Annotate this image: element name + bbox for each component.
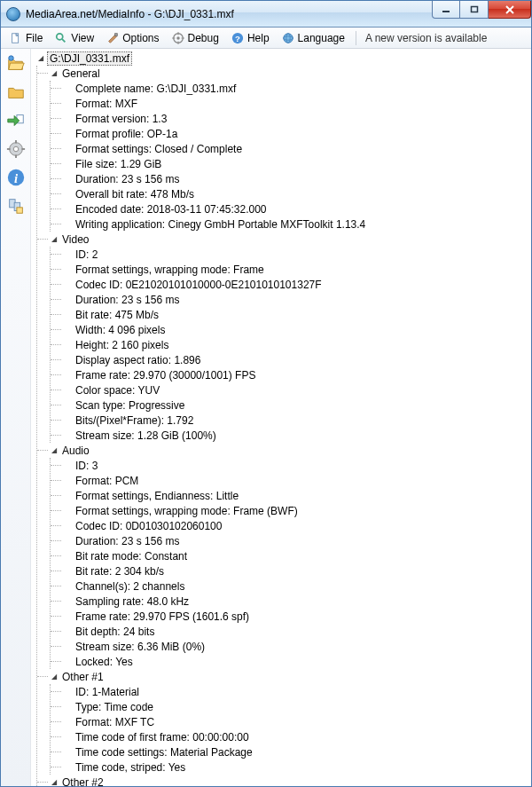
servers-icon [6, 196, 26, 218]
tree-item[interactable]: Stream size: 6.36 MiB (0%) [51, 639, 531, 654]
tree-section[interactable]: VideoID: 2Format settings, wrapping mode… [37, 232, 531, 443]
tree-item[interactable]: Width: 4 096 pixels [51, 322, 531, 337]
tree-item[interactable]: Sampling rate: 48.0 kHz [51, 594, 531, 609]
tree-section-label[interactable]: Other #2 [60, 776, 106, 787]
tree-item[interactable]: Display aspect ratio: 1.896 [51, 352, 531, 367]
maximize-button[interactable] [460, 1, 489, 19]
tree-item[interactable]: Bit rate mode: Constant [51, 548, 531, 563]
tree-root-label[interactable]: G:\DJI_0331.mxf [47, 51, 132, 66]
tree-item[interactable]: Time code, striped: Yes [51, 759, 531, 775]
tree-leaf-spacer [63, 597, 72, 606]
menu-help[interactable]: ? Help [226, 30, 275, 46]
tree-item[interactable]: ID: 2 [51, 247, 531, 262]
tree-item[interactable]: Format: MXF [51, 96, 531, 111]
tree-leaf-spacer [63, 114, 72, 123]
expand-toggle-icon[interactable] [50, 69, 59, 78]
tree-item[interactable]: Frame rate: 29.970 FPS (1601.6 spf) [51, 609, 531, 624]
tree-panel: G:\DJI_0331.mxfGeneralComplete name: G:\… [31, 49, 531, 786]
tree-item[interactable]: Height: 2 160 pixels [51, 337, 531, 352]
tree-item-label: Frame rate: 29.970 (30000/1001) FPS [74, 369, 257, 382]
tree-item[interactable]: Writing application: Cinegy GmbH Portabl… [51, 216, 531, 232]
tree-item[interactable]: Encoded date: 2018-03-11 07:45:32.000 [51, 201, 531, 216]
tree-item[interactable]: Bit depth: 24 bits [51, 624, 531, 639]
file-icon [10, 32, 22, 44]
svg-text:?: ? [235, 33, 240, 43]
close-button[interactable] [489, 1, 531, 19]
tree-item[interactable]: Bits/(Pixel*Frame): 1.792 [51, 413, 531, 428]
tree-item[interactable]: Codec ID: 0D01030102060100 [51, 518, 531, 533]
tree-item-label: Format settings, wrapping mode: Frame (B… [74, 505, 300, 517]
side-open-folder-button[interactable] [4, 81, 28, 106]
tree-item[interactable]: Format settings, wrapping mode: Frame (B… [51, 503, 531, 518]
menu-view-label: View [71, 32, 94, 44]
side-options-button[interactable] [4, 138, 28, 162]
tree-item[interactable]: Color space: YUV [51, 382, 531, 397]
tree-leaf-spacer [63, 190, 72, 199]
tree-item[interactable]: Channel(s): 2 channels [51, 578, 531, 594]
tree-item-label: Format: MXF TC [74, 716, 156, 728]
minimize-button[interactable] [432, 1, 460, 19]
tree-section-label[interactable]: General [60, 67, 102, 80]
tree-item[interactable]: Duration: 23 s 156 ms [51, 533, 531, 548]
menu-options[interactable]: Options [101, 30, 164, 46]
tree-item-label: Width: 4 096 pixels [74, 324, 167, 336]
tree-item[interactable]: Bit rate: 2 304 kb/s [51, 563, 531, 578]
tree-section[interactable]: Other #1ID: 1-MaterialType: Time codeFor… [37, 669, 531, 775]
tree-section[interactable]: Other #2 [37, 775, 531, 786]
tree-leaf-spacer [63, 522, 72, 531]
tree-leaf-spacer [63, 371, 72, 380]
tree-item[interactable]: Complete name: G:\DJI_0331.mxf [51, 81, 531, 96]
tree-item[interactable]: Scan type: Progressive [51, 397, 531, 413]
tree-item[interactable]: Overall bit rate: 478 Mb/s [51, 186, 531, 201]
tree-section-label[interactable]: Video [60, 233, 90, 246]
tree-item[interactable]: ID: 1-Material [51, 684, 531, 699]
tree-item[interactable]: Locked: Yes [51, 654, 531, 669]
tree-leaf-spacer [63, 280, 72, 289]
tree-section-label[interactable]: Audio [60, 445, 91, 457]
tree-item[interactable]: Format profile: OP-1a [51, 126, 531, 141]
expand-toggle-icon[interactable] [36, 54, 45, 63]
tree-item[interactable]: ID: 3 [51, 458, 531, 473]
tree-section[interactable]: AudioID: 3Format: PCMFormat settings, En… [37, 443, 531, 669]
tree-item[interactable]: Codec ID: 0E21020101010000-0E21010101013… [51, 277, 531, 292]
expand-toggle-icon[interactable] [50, 446, 59, 455]
tree-section[interactable]: GeneralComplete name: G:\DJI_0331.mxfFor… [37, 66, 531, 232]
tree-item-label: ID: 2 [74, 248, 99, 261]
tree-item[interactable]: Format settings, wrapping mode: Frame [51, 262, 531, 277]
tree-item[interactable]: Duration: 23 s 156 ms [51, 292, 531, 307]
tree-item[interactable]: File size: 1.29 GiB [51, 156, 531, 171]
expand-toggle-icon[interactable] [50, 673, 59, 681]
expand-toggle-icon[interactable] [50, 235, 59, 244]
menu-debug-label: Debug [188, 32, 219, 44]
tree-item[interactable]: Format settings: Closed / Complete [51, 141, 531, 156]
tree-leaf-spacer [63, 295, 72, 304]
side-export-button[interactable] [4, 109, 28, 134]
tree-item-label: Format profile: OP-1a [74, 128, 179, 140]
menu-language[interactable]: Language [277, 30, 350, 46]
tree-item[interactable]: Bit rate: 475 Mb/s [51, 307, 531, 322]
tree-item[interactable]: Format: MXF TC [51, 714, 531, 729]
side-about-button[interactable]: i [4, 166, 28, 191]
tree-item-label: Stream size: 6.36 MiB (0%) [74, 641, 207, 653]
tree-item-label: Format: MXF [74, 98, 139, 110]
tree-item[interactable]: Time code settings: Material Package [51, 744, 531, 759]
tree-leaf-spacer [63, 627, 72, 636]
tree-section-label[interactable]: Other #1 [60, 671, 106, 683]
side-open-file-button[interactable] [4, 52, 28, 77]
tree-item[interactable]: Format version: 1.3 [51, 111, 531, 126]
tree-item[interactable]: Time code of first frame: 00:00:00:00 [51, 729, 531, 744]
tree-item[interactable]: Type: Time code [51, 699, 531, 714]
tree-item[interactable]: Format: PCM [51, 473, 531, 488]
tree-item[interactable]: Format settings, Endianness: Little [51, 488, 531, 503]
new-version-notice[interactable]: A new version is available [365, 32, 487, 44]
tree-item[interactable]: Frame rate: 29.970 (30000/1001) FPS [51, 367, 531, 382]
menu-debug[interactable]: Debug [167, 30, 224, 46]
tree-item[interactable]: Duration: 23 s 156 ms [51, 171, 531, 186]
tree-root[interactable]: G:\DJI_0331.mxfGeneralComplete name: G:\… [33, 51, 531, 786]
menu-file[interactable]: File [4, 30, 48, 46]
side-servers-button[interactable] [4, 194, 28, 219]
menu-view[interactable]: View [50, 30, 99, 46]
tree-item[interactable]: Stream size: 1.28 GiB (100%) [51, 428, 531, 443]
expand-toggle-icon[interactable] [50, 778, 59, 787]
tree-view[interactable]: G:\DJI_0331.mxfGeneralComplete name: G:\… [31, 49, 531, 786]
